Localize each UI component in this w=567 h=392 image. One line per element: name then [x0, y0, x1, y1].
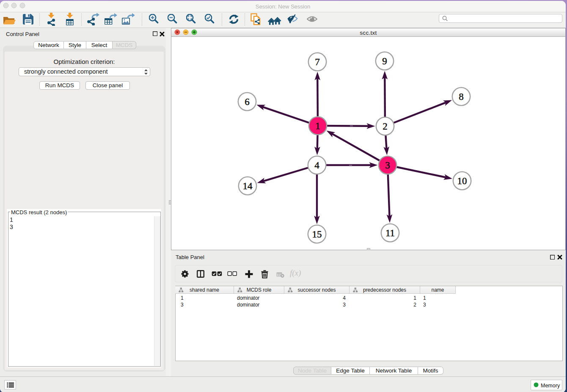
- svg-text:1: 1: [315, 121, 320, 131]
- svg-text:6: 6: [245, 97, 250, 107]
- svg-text:2: 2: [383, 121, 388, 132]
- svg-text:10: 10: [457, 176, 467, 186]
- svg-text:8: 8: [459, 91, 464, 102]
- svg-text:11: 11: [385, 228, 395, 238]
- svg-text:4: 4: [314, 160, 319, 171]
- svg-text:9: 9: [382, 56, 387, 66]
- svg-text:15: 15: [312, 229, 322, 240]
- svg-text:3: 3: [385, 160, 390, 171]
- svg-text:7: 7: [315, 57, 320, 67]
- svg-text:14: 14: [243, 181, 253, 191]
